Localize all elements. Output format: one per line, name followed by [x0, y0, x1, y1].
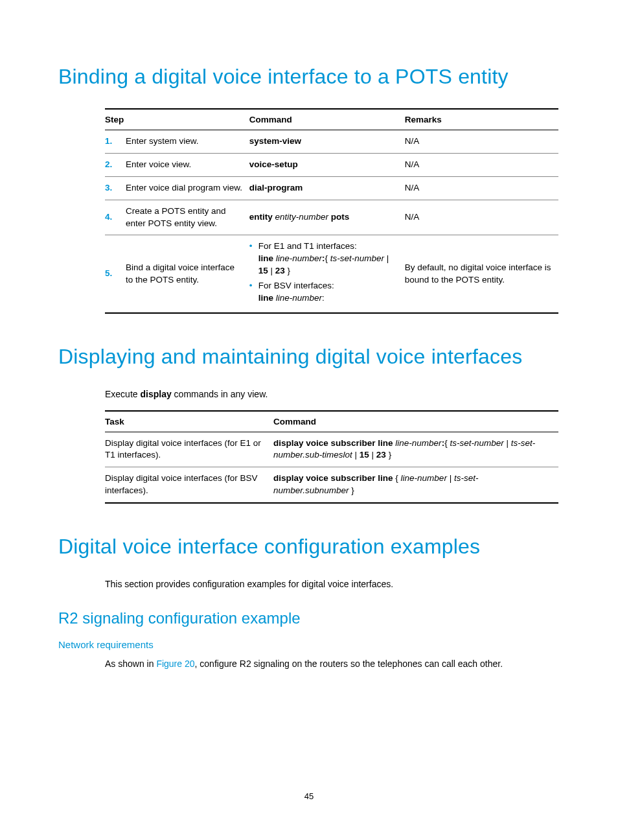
text: line-number [276, 293, 322, 303]
step-number: 3. [105, 176, 126, 200]
step-text: Enter voice view. [126, 153, 249, 176]
command-cell: display voice subscriber line { line-num… [273, 467, 558, 503]
text: entity [249, 212, 275, 222]
step-number: 2. [105, 153, 126, 176]
command-cell: display voice subscriber line line-numbe… [273, 432, 558, 467]
text: : [322, 293, 325, 303]
remarks-cell: N/A [405, 200, 558, 235]
text: display voice subscriber line [273, 438, 395, 448]
col-step: Step [105, 109, 249, 130]
text: Execute [105, 389, 140, 399]
text: display voice subscriber line [273, 473, 395, 483]
text: line-number [395, 438, 441, 448]
text: entity-number [275, 212, 328, 222]
text: 23 [376, 450, 386, 460]
text: 15 [360, 450, 369, 460]
text: line line-number:{ ts-set-number | 15 | … [258, 253, 398, 277]
list-item: For BSV interfaces:line line-number: [249, 280, 398, 305]
text: line line-number: [258, 292, 398, 305]
command-cell: For E1 and T1 interfaces:line line-numbe… [249, 235, 405, 313]
heading-binding: Binding a digital voice interface to a P… [58, 65, 560, 89]
command-cell: entity entity-number pots [249, 200, 405, 235]
text: | [504, 438, 511, 448]
text: | [384, 253, 389, 263]
task-cell: Display digital voice interfaces (for BS… [105, 467, 273, 503]
step-text: Enter voice dial program view. [126, 176, 249, 200]
text: ts-set-number [330, 253, 384, 263]
text: | [268, 266, 275, 275]
col-task: Task [105, 411, 273, 432]
command-cell: dial-program [249, 176, 405, 200]
text: } [349, 485, 354, 495]
table-row: 2.Enter voice view.voice-setupN/A [105, 153, 558, 176]
network-req-text: As shown in Figure 20, configure R2 sign… [105, 658, 560, 671]
text: { [395, 473, 400, 483]
text: voice-setup [249, 159, 298, 169]
text: } [386, 450, 391, 460]
text: dial-program [249, 183, 303, 192]
display-intro: Execute display commands in any view. [105, 388, 560, 401]
remarks-cell: N/A [405, 153, 558, 176]
col-remarks: Remarks [405, 109, 558, 130]
text: { [325, 253, 330, 263]
text: ts-set-number [450, 438, 503, 448]
text: line-number [401, 473, 447, 483]
heading-r2-example: R2 signaling configuration example [58, 609, 560, 627]
table-binding-steps: Step Command Remarks 1.Enter system view… [105, 108, 558, 314]
text: 15 [258, 266, 268, 275]
bullet-list: For E1 and T1 interfaces:line line-numbe… [249, 240, 398, 304]
table-row: 3.Enter voice dial program view.dial-pro… [105, 176, 558, 200]
text: | [352, 450, 360, 460]
text: system-view [249, 136, 301, 146]
table-row: Display digital voice interfaces (for E1… [105, 432, 558, 467]
text: } [285, 266, 290, 275]
table-row: 1.Enter system view.system-viewN/A [105, 130, 558, 154]
heading-examples: Digital voice interface configuration ex… [58, 535, 560, 559]
heading-displaying: Displaying and maintaining digital voice… [58, 345, 560, 369]
col-command: Command [249, 109, 405, 130]
text: For E1 and T1 interfaces: [258, 240, 398, 253]
text: commands in any view. [172, 389, 268, 399]
remarks-cell: By default, no digital voice interface i… [405, 235, 558, 313]
step-number: 4. [105, 200, 126, 235]
table-row: 4.Create a POTS entity and enter POTS en… [105, 200, 558, 235]
step-text: Create a POTS entity and enter POTS enti… [126, 200, 249, 235]
figure-20-link[interactable]: Figure 20 [156, 659, 194, 669]
text: As shown in [105, 659, 156, 669]
task-cell: Display digital voice interfaces (for E1… [105, 432, 273, 467]
step-text: Enter system view. [126, 130, 249, 154]
examples-intro: This section provides configuration exam… [105, 578, 560, 591]
table-row: 5.Bind a digital voice interface to the … [105, 235, 558, 313]
text: For BSV interfaces: [258, 280, 398, 292]
text: line [258, 253, 276, 263]
text: 23 [275, 266, 285, 275]
step-number: 5. [105, 235, 126, 313]
command-cell: voice-setup [249, 153, 405, 176]
remarks-cell: N/A [405, 176, 558, 200]
text: line-number [276, 253, 322, 263]
text: | [447, 473, 454, 483]
text: , configure R2 signaling on the routers … [195, 659, 503, 669]
list-item: For E1 and T1 interfaces:line line-numbe… [249, 240, 398, 277]
text: pots [328, 212, 349, 222]
remarks-cell: N/A [405, 130, 558, 154]
step-text: Bind a digital voice interface to the PO… [126, 235, 249, 313]
heading-network-req: Network requirements [58, 639, 560, 650]
table-display-commands: Task Command Display digital voice inter… [105, 410, 558, 504]
command-cell: system-view [249, 130, 405, 154]
text: display [140, 389, 171, 399]
col-command: Command [273, 411, 558, 432]
step-number: 1. [105, 130, 126, 154]
table-row: Display digital voice interfaces (for BS… [105, 467, 558, 503]
text: | [369, 450, 376, 460]
page-number: 45 [0, 791, 618, 801]
text: line [258, 293, 276, 303]
